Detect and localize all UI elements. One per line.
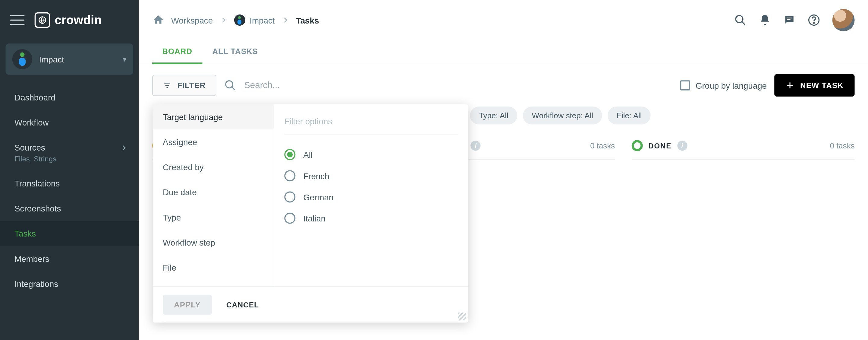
sidebar-item-sublabel: Files, Strings <box>14 154 124 163</box>
sidebar-item-label: Dashboard <box>14 93 56 102</box>
filter-popover: Target languageAssigneeCreated byDue dat… <box>153 104 468 322</box>
brand-name: crowdin <box>55 13 101 27</box>
sidebar: crowdin Impact ▾ DashboardWorkflowSource… <box>0 0 139 340</box>
home-icon[interactable] <box>152 14 164 26</box>
filter-option-label: All <box>303 150 313 159</box>
sidebar-item-label: Tasks <box>14 229 36 238</box>
resize-grip-icon[interactable] <box>458 313 466 320</box>
tabs: BOARD ALL TASKS <box>139 40 868 64</box>
tab-board[interactable]: BOARD <box>152 40 202 64</box>
bell-icon[interactable] <box>758 14 771 26</box>
radio-icon <box>284 149 296 160</box>
filter-option[interactable]: Italian <box>284 209 458 227</box>
topbar: Workspace Impact Tasks <box>139 0 868 40</box>
filter-category[interactable]: Workflow step <box>153 230 274 255</box>
filter-option-label: German <box>303 192 333 201</box>
svg-point-3 <box>813 23 814 24</box>
sidebar-item-label: Integrations <box>14 279 58 288</box>
sidebar-item-label: Screenshots <box>14 204 61 213</box>
project-mini-icon <box>234 15 245 26</box>
status-dot-icon <box>632 140 643 151</box>
sidebar-item-dashboard[interactable]: Dashboard <box>0 85 139 110</box>
info-icon[interactable]: i <box>677 141 687 150</box>
filter-chip[interactable]: Type: All <box>470 107 517 124</box>
brand-logo[interactable]: crowdin <box>35 12 102 28</box>
help-icon[interactable] <box>808 14 820 26</box>
filter-options-list: AllFrenchGermanItalian <box>284 135 458 227</box>
sidebar-nav: DashboardWorkflowSourcesFiles, StringsTr… <box>0 85 139 296</box>
filter-category[interactable]: Created by <box>153 154 274 179</box>
svg-point-4 <box>226 81 233 88</box>
sidebar-item-label: Workflow <box>14 118 49 127</box>
filter-option[interactable]: French <box>284 167 458 185</box>
sidebar-item-label: Translations <box>14 178 60 188</box>
filter-button-label: FILTER <box>177 81 206 90</box>
column-count: 0 tasks <box>830 141 855 150</box>
filter-button[interactable]: FILTER <box>152 75 216 96</box>
radio-icon <box>284 191 296 202</box>
radio-icon <box>284 170 296 181</box>
project-switcher[interactable]: Impact ▾ <box>5 44 133 75</box>
column-count: 0 tasks <box>590 141 615 150</box>
filter-category[interactable]: Assignee <box>153 130 274 154</box>
project-name: Impact <box>39 54 116 64</box>
group-by-language-label: Group by language <box>695 81 767 90</box>
plus-icon <box>786 81 795 90</box>
new-task-button[interactable]: NEW TASK <box>775 74 855 96</box>
filter-chip[interactable]: File: All <box>608 107 651 124</box>
chevron-right-icon <box>219 16 227 24</box>
sidebar-item-tasks[interactable]: Tasks <box>0 221 139 246</box>
group-by-language-checkbox[interactable]: Group by language <box>680 80 767 90</box>
filter-chip[interactable]: Workflow step: All <box>523 107 602 124</box>
filter-icon <box>163 81 172 90</box>
filter-category[interactable]: Type <box>153 205 274 230</box>
project-icon <box>12 49 33 69</box>
tab-all-tasks[interactable]: ALL TASKS <box>202 40 268 64</box>
filter-category[interactable]: File <box>153 255 274 280</box>
search-input[interactable] <box>244 80 454 90</box>
sidebar-item-translations[interactable]: Translations <box>0 171 139 196</box>
avatar[interactable] <box>832 9 855 31</box>
filter-option[interactable]: All <box>284 146 458 164</box>
sidebar-item-screenshots[interactable]: Screenshots <box>0 196 139 221</box>
cancel-button[interactable]: CANCEL <box>218 295 267 315</box>
column-done: DONEi0 tasks <box>632 135 855 160</box>
caret-down-icon: ▾ <box>123 55 127 64</box>
filter-categories: Target languageAssigneeCreated byDue dat… <box>153 104 274 286</box>
menu-icon[interactable] <box>10 15 24 25</box>
info-icon[interactable]: i <box>471 141 481 150</box>
sidebar-item-label: Members <box>14 254 50 263</box>
filter-option[interactable]: German <box>284 188 458 206</box>
search-icon[interactable] <box>224 79 237 92</box>
new-task-label: NEW TASK <box>800 81 844 90</box>
sidebar-item-members[interactable]: Members <box>0 246 139 271</box>
chevron-right-icon <box>120 144 128 152</box>
chat-icon[interactable] <box>783 14 796 26</box>
search-icon[interactable] <box>734 14 747 26</box>
brand-mark-icon <box>35 12 50 28</box>
breadcrumb-page: Tasks <box>296 16 319 25</box>
sidebar-item-label: Sources <box>14 143 124 152</box>
sidebar-item-sources[interactable]: SourcesFiles, Strings <box>0 135 139 171</box>
radio-icon <box>284 213 296 224</box>
filter-option-label: Italian <box>303 214 326 223</box>
chevron-right-icon <box>281 16 289 24</box>
apply-button[interactable]: APPLY <box>163 295 212 315</box>
toolbar: FILTER Group by language NEW TASK <box>139 64 868 107</box>
filter-option-label: French <box>303 171 329 180</box>
filter-category[interactable]: Due date <box>153 180 274 205</box>
filter-category[interactable]: Target language <box>153 104 274 130</box>
checkbox-icon <box>680 80 690 90</box>
breadcrumb-workspace[interactable]: Workspace <box>171 16 213 25</box>
svg-point-1 <box>736 16 743 23</box>
sidebar-item-integrations[interactable]: Integrations <box>0 271 139 296</box>
sidebar-item-workflow[interactable]: Workflow <box>0 110 139 135</box>
breadcrumb-project-label: Impact <box>250 16 275 25</box>
breadcrumb-project[interactable]: Impact <box>234 15 275 26</box>
filter-options-search[interactable] <box>284 110 458 134</box>
column-title: DONE <box>648 141 672 150</box>
